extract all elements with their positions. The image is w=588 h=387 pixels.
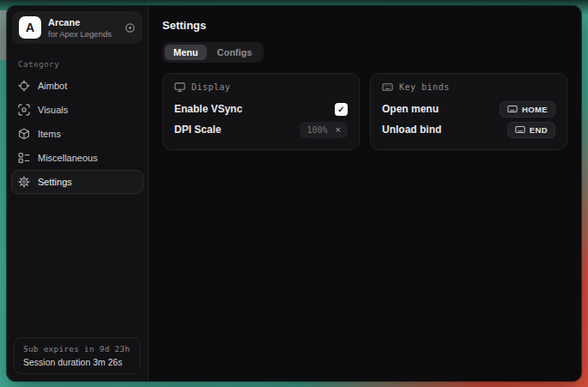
sub-expiry-text: Sub expires in 9d 23h	[23, 344, 131, 354]
unload-bind-keybind-button[interactable]: END	[507, 122, 555, 138]
sidebar-item-items[interactable]: Items	[11, 122, 143, 146]
target-icon[interactable]	[124, 22, 136, 33]
brand-logo: A	[19, 16, 41, 39]
category-section-label: Category	[18, 59, 148, 69]
brand-subtitle: for Apex Legends	[48, 29, 112, 39]
sidebar-item-label: Visuals	[38, 105, 68, 115]
package-icon	[18, 128, 30, 140]
sidebar-item-visuals[interactable]: Visuals	[11, 98, 143, 122]
main-panel: Settings Menu Configs Display Enable VSy…	[149, 6, 581, 381]
unload-bind-label: Unload bind	[382, 124, 441, 136]
sidebar-nav: Aimbot Visuals Items	[7, 74, 148, 194]
sidebar-item-label: Settings	[38, 177, 72, 187]
settings-tab-bar: Menu Configs	[162, 42, 264, 63]
clear-icon[interactable]: ×	[336, 125, 341, 135]
list-grid-icon	[18, 152, 30, 164]
sidebar-item-label: Items	[38, 129, 61, 139]
gear-icon	[18, 176, 30, 188]
open-menu-label: Open menu	[382, 103, 439, 115]
session-duration-value: 3m 26s	[93, 357, 122, 367]
sidebar-item-settings[interactable]: Settings	[11, 170, 143, 194]
display-card-title: Display	[191, 82, 231, 92]
app-window: A Arcane for Apex Legends Category Aimbo…	[7, 6, 581, 381]
keyboard-icon	[515, 124, 525, 135]
scan-eye-icon	[18, 104, 30, 116]
keybinds-card: Key binds Open menu HOME Unload bin	[370, 73, 567, 150]
monitor-icon	[174, 82, 185, 93]
brand-text: Arcane for Apex Legends	[48, 17, 112, 39]
checkmark-icon: ✓	[337, 105, 344, 114]
sidebar-item-label: Aimbot	[38, 81, 67, 91]
settings-cards-row: Display Enable VSync ✓ DPI Scale 100% ×	[162, 73, 567, 150]
unload-bind-key: END	[530, 125, 548, 135]
keyboard-icon	[507, 104, 518, 114]
subscription-info-card: Sub expires in 9d 23h Session duration 3…	[14, 337, 141, 374]
sidebar: A Arcane for Apex Legends Category Aimbo…	[7, 6, 149, 381]
open-menu-row: Open menu HOME	[382, 99, 555, 119]
open-menu-keybind-button[interactable]: HOME	[500, 101, 555, 118]
tab-configs[interactable]: Configs	[209, 45, 261, 60]
tab-menu[interactable]: Menu	[165, 45, 207, 60]
brand-name: Arcane	[48, 17, 112, 27]
unload-bind-row: Unload bind END	[382, 119, 555, 140]
vsync-row: Enable VSync ✓	[174, 99, 348, 119]
session-duration-text: Session duration 3m 26s	[23, 357, 131, 367]
sidebar-item-aimbot[interactable]: Aimbot	[11, 74, 143, 98]
open-menu-key: HOME	[522, 105, 548, 114]
crosshair-icon	[18, 80, 30, 92]
sidebar-item-label: Miscellaneous	[38, 153, 98, 163]
dpi-scale-row: DPI Scale 100% ×	[174, 119, 348, 140]
keybinds-card-header: Key binds	[382, 82, 555, 93]
dpi-scale-label: DPI Scale	[174, 124, 221, 136]
display-card-header: Display	[174, 82, 348, 93]
vsync-checkbox[interactable]: ✓	[335, 103, 348, 116]
sidebar-item-miscellaneous[interactable]: Miscellaneous	[11, 146, 143, 170]
keybinds-card-title: Key binds	[399, 82, 450, 92]
dpi-scale-input[interactable]: 100% ×	[300, 122, 348, 138]
vsync-label: Enable VSync	[174, 103, 242, 115]
keyboard-icon	[382, 82, 393, 93]
display-card: Display Enable VSync ✓ DPI Scale 100% ×	[162, 73, 360, 150]
page-title: Settings	[162, 19, 567, 32]
brand-card: A Arcane for Apex Legends	[12, 11, 142, 44]
session-duration-label: Session duration	[23, 357, 90, 367]
dpi-scale-value: 100%	[306, 125, 327, 135]
